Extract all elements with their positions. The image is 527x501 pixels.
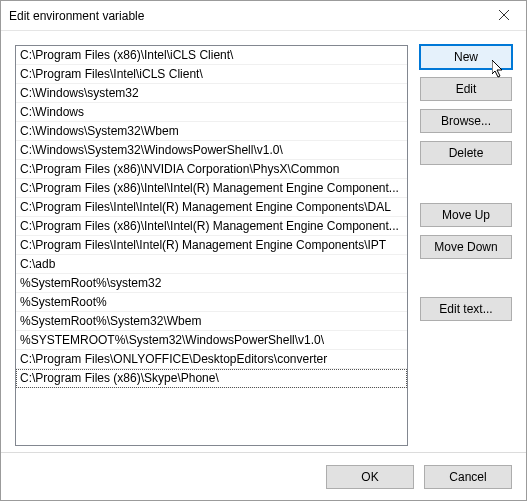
list-item[interactable]: C:\Program Files\Intel\Intel(R) Manageme… <box>16 236 407 255</box>
list-item[interactable]: C:\Program Files (x86)\Skype\Phone\ <box>16 369 407 388</box>
list-item[interactable]: C:\Program Files\Intel\Intel(R) Manageme… <box>16 198 407 217</box>
list-item[interactable]: C:\Program Files (x86)\Intel\Intel(R) Ma… <box>16 217 407 236</box>
dialog-footer: OK Cancel <box>1 452 526 500</box>
close-button[interactable] <box>481 1 526 31</box>
list-item[interactable]: C:\adb <box>16 255 407 274</box>
browse-button[interactable]: Browse... <box>420 109 512 133</box>
list-item[interactable]: C:\Program Files (x86)\Intel\Intel(R) Ma… <box>16 179 407 198</box>
edit-text-button[interactable]: Edit text... <box>420 297 512 321</box>
list-item[interactable]: C:\Program Files (x86)\NVIDIA Corporatio… <box>16 160 407 179</box>
list-item[interactable]: C:\Program Files\ONLYOFFICE\DesktopEdito… <box>16 350 407 369</box>
list-item[interactable]: C:\Windows\system32 <box>16 84 407 103</box>
side-buttons: New Edit Browse... Delete Move Up Move D… <box>420 45 512 446</box>
delete-button[interactable]: Delete <box>420 141 512 165</box>
move-down-button[interactable]: Move Down <box>420 235 512 259</box>
cancel-button[interactable]: Cancel <box>424 465 512 489</box>
titlebar: Edit environment variable <box>1 1 526 31</box>
new-button[interactable]: New <box>420 45 512 69</box>
window-title: Edit environment variable <box>1 9 481 23</box>
list-item[interactable]: C:\Program Files (x86)\Intel\iCLS Client… <box>16 46 407 65</box>
close-icon <box>499 9 509 23</box>
list-item[interactable]: C:\Windows\System32\Wbem <box>16 122 407 141</box>
list-item[interactable]: C:\Program Files\Intel\iCLS Client\ <box>16 65 407 84</box>
path-listbox[interactable]: C:\Program Files (x86)\Intel\iCLS Client… <box>15 45 408 446</box>
spacer <box>420 267 512 289</box>
ok-button[interactable]: OK <box>326 465 414 489</box>
list-item[interactable]: %SystemRoot%\System32\Wbem <box>16 312 407 331</box>
move-up-button[interactable]: Move Up <box>420 203 512 227</box>
dialog-body: C:\Program Files (x86)\Intel\iCLS Client… <box>1 31 526 452</box>
list-item[interactable]: %SYSTEMROOT%\System32\WindowsPowerShell\… <box>16 331 407 350</box>
list-item[interactable]: C:\Windows\System32\WindowsPowerShell\v1… <box>16 141 407 160</box>
list-item[interactable]: %SystemRoot%\system32 <box>16 274 407 293</box>
dialog-window: Edit environment variable C:\Program Fil… <box>0 0 527 501</box>
list-item[interactable]: %SystemRoot% <box>16 293 407 312</box>
list-item[interactable]: C:\Windows <box>16 103 407 122</box>
edit-button[interactable]: Edit <box>420 77 512 101</box>
spacer <box>420 173 512 195</box>
